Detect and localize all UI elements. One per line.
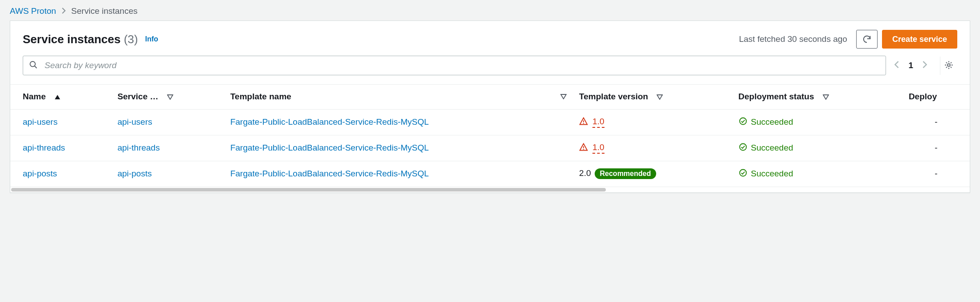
service-instances-panel: Service instances (3) Info Last fetched … <box>10 20 970 193</box>
success-icon <box>739 117 747 128</box>
instance-name-link[interactable]: api-threads <box>23 143 65 152</box>
status-text: Succeeded <box>751 169 793 179</box>
service-link[interactable]: api-users <box>118 117 152 127</box>
panel-header: Service instances (3) Info Last fetched … <box>10 21 970 54</box>
version-outdated[interactable]: 1.0 <box>579 117 604 128</box>
deployment-status: Succeeded <box>739 143 793 154</box>
sort-icon <box>823 92 829 102</box>
create-service-button[interactable]: Create service <box>882 30 957 49</box>
page-prev-button[interactable] <box>894 61 899 71</box>
warning-icon <box>579 143 588 154</box>
service-link[interactable]: api-posts <box>118 169 152 178</box>
sort-icon <box>167 92 173 102</box>
horizontal-scrollbar[interactable] <box>10 187 970 192</box>
col-template-name-label: Template name <box>230 92 291 101</box>
search-field-wrap <box>23 56 886 75</box>
toolbar: 1 <box>10 54 970 84</box>
template-name-link[interactable]: Fargate-Public-LoadBalanced-Service-Redi… <box>230 117 429 127</box>
table-row: api-threadsapi-threadsFargate-Public-Loa… <box>10 135 970 161</box>
sort-icon <box>657 92 663 102</box>
svg-point-2 <box>947 64 950 66</box>
col-deployment-status-label: Deployment status <box>739 92 814 101</box>
col-template-version[interactable]: Template version <box>573 85 732 110</box>
svg-point-7 <box>583 149 584 150</box>
success-icon <box>739 168 747 180</box>
table-settings-button[interactable] <box>940 57 957 75</box>
deployed-cell: - <box>935 117 937 127</box>
last-fetched-text: Last fetched 30 seconds ago <box>739 34 847 44</box>
template-name-link[interactable]: Fargate-Public-LoadBalanced-Service-Redi… <box>230 143 429 152</box>
page-title: Service instances (3) <box>23 33 138 46</box>
service-instances-table: Name Service … Template name <box>10 84 970 187</box>
col-name[interactable]: Name <box>10 85 111 110</box>
deployed-cell: - <box>935 169 937 178</box>
instance-name-link[interactable]: api-posts <box>23 169 57 178</box>
svg-line-1 <box>35 66 37 68</box>
sort-icon <box>560 92 567 102</box>
status-text: Succeeded <box>751 117 793 127</box>
breadcrumb: AWS Proton Service instances <box>0 0 980 20</box>
service-link[interactable]: api-threads <box>118 143 160 152</box>
col-deployed-label: Deploy <box>909 92 937 101</box>
version-outdated[interactable]: 1.0 <box>579 143 604 154</box>
col-name-label: Name <box>23 92 46 101</box>
success-icon <box>739 143 747 154</box>
gear-icon <box>944 60 954 70</box>
page-title-text: Service instances <box>23 33 121 46</box>
template-name-link[interactable]: Fargate-Public-LoadBalanced-Service-Redi… <box>230 169 429 178</box>
col-deployment-status[interactable]: Deployment status <box>732 85 902 110</box>
svg-point-8 <box>739 143 746 150</box>
table-row: api-usersapi-usersFargate-Public-LoadBal… <box>10 109 970 135</box>
deployed-cell: - <box>935 143 937 152</box>
col-template-name[interactable]: Template name <box>224 85 573 110</box>
svg-point-0 <box>30 61 36 67</box>
scrollbar-thumb[interactable] <box>11 188 606 192</box>
search-input[interactable] <box>23 56 886 75</box>
deployment-status: Succeeded <box>739 168 793 180</box>
instance-name-link[interactable]: api-users <box>23 117 57 127</box>
sort-asc-icon <box>54 92 61 102</box>
info-link[interactable]: Info <box>145 35 158 43</box>
version-value: 1.0 <box>592 117 604 128</box>
svg-point-9 <box>739 169 746 176</box>
refresh-icon <box>862 34 872 44</box>
col-deployed[interactable]: Deploy <box>902 85 970 110</box>
refresh-button[interactable] <box>856 30 878 49</box>
warning-icon <box>579 117 588 128</box>
recommended-badge: Recommended <box>595 168 657 179</box>
chevron-right-icon <box>922 61 927 69</box>
breadcrumb-root[interactable]: AWS Proton <box>10 6 56 16</box>
svg-point-5 <box>739 118 746 124</box>
page-number: 1 <box>908 61 913 70</box>
search-icon <box>29 61 38 71</box>
col-template-version-label: Template version <box>579 92 648 101</box>
pagination: 1 <box>894 57 957 75</box>
chevron-right-icon <box>61 6 66 16</box>
breadcrumb-current: Service instances <box>71 6 138 16</box>
page-next-button[interactable] <box>922 61 927 71</box>
table-row: api-postsapi-postsFargate-Public-LoadBal… <box>10 161 970 187</box>
version-value: 1.0 <box>592 143 604 154</box>
svg-point-4 <box>583 123 584 124</box>
status-text: Succeeded <box>751 143 793 153</box>
page-title-count: (3) <box>124 33 138 46</box>
chevron-left-icon <box>894 61 899 69</box>
col-service[interactable]: Service … <box>111 85 224 110</box>
version-value: 2.0 <box>579 168 591 178</box>
col-service-label: Service … <box>118 92 159 101</box>
deployment-status: Succeeded <box>739 117 793 128</box>
